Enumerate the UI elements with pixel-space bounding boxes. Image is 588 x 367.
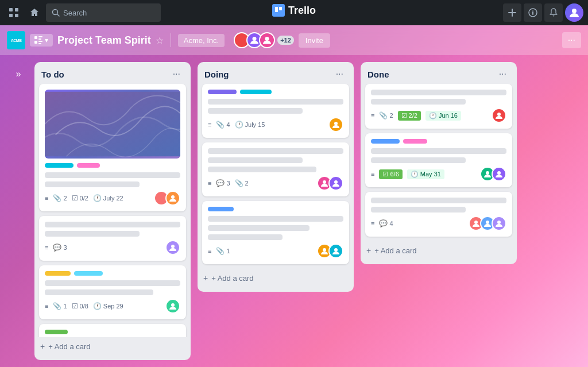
table-row[interactable]: ≡ 📎 2 ☑ 0/2 🕐 July 22	[39, 84, 186, 211]
card-avatar	[492, 108, 506, 123]
add-card-button-done[interactable]: + + Add a card	[361, 241, 517, 260]
meta-hamburger: ≡	[208, 121, 211, 128]
table-row[interactable]	[39, 324, 186, 337]
create-button[interactable]	[503, 3, 521, 22]
card-text	[371, 207, 466, 213]
meta-comment: 💬 3	[53, 244, 67, 252]
search-placeholder: Search	[63, 9, 87, 17]
card-text	[371, 148, 506, 154]
card-avatar	[165, 299, 180, 314]
grid-menu-button[interactable]	[5, 3, 23, 22]
svg-point-34	[474, 221, 478, 224]
card-text	[208, 157, 303, 163]
table-row[interactable]: ≡ 💬 4	[365, 192, 512, 237]
meta-checklist: ☑ 0/8	[72, 302, 88, 310]
column-menu-doing[interactable]: ···	[332, 68, 347, 80]
search-input[interactable]: Search	[46, 3, 161, 22]
star-button[interactable]: ☆	[156, 35, 164, 46]
card-meta: ≡ 📎 2 ☑ 0/2 🕐 July 22	[45, 191, 180, 206]
card-bar	[371, 139, 400, 144]
meta-hamburger: ≡	[45, 195, 48, 202]
svg-rect-3	[15, 14, 18, 17]
meta-hamburger: ≡	[208, 180, 211, 187]
meta-hamburger: ≡	[45, 303, 48, 310]
card-avatar	[492, 216, 506, 231]
board-more-button[interactable]: ···	[562, 32, 581, 48]
svg-point-12	[532, 10, 533, 11]
card-avatars	[154, 191, 180, 206]
card-avatar	[165, 191, 180, 206]
more-members-badge: +12	[277, 36, 294, 45]
cards-container-todo: ≡ 📎 2 ☑ 0/2 🕐 July 22 ≡	[34, 84, 191, 337]
meta-checklist: ☑ 0/2	[72, 194, 88, 202]
add-card-button-doing[interactable]: + + Add a card	[198, 269, 354, 287]
checklist-badge: ☑ 6/6	[379, 169, 402, 179]
cards-container-doing: ≡ 📎 4 🕐 July 15 ≡ 💬 3	[198, 84, 354, 269]
card-bar	[403, 139, 427, 144]
notification-button[interactable]	[544, 3, 563, 22]
card-bar-row	[208, 207, 343, 211]
svg-point-24	[171, 245, 175, 248]
card-text	[45, 280, 180, 286]
card-avatars	[165, 299, 180, 314]
meta-attachment: 📎 1	[53, 302, 67, 310]
board-title: Project Team Spirit	[57, 34, 151, 47]
cards-container-done: ≡ 📎 2 ☑ 2/2 🕐 Jun 16	[361, 84, 517, 241]
svg-point-28	[334, 180, 338, 184]
card-avatars	[165, 240, 180, 255]
workspace-name-button[interactable]: Acme, Inc.	[178, 34, 225, 47]
card-meta: ≡ 📎 4 🕐 July 15	[208, 117, 343, 132]
top-navigation: Search Trello	[0, 0, 588, 25]
meta-hamburger: ≡	[371, 112, 374, 119]
svg-rect-1	[15, 8, 18, 11]
home-button[interactable]	[25, 3, 44, 22]
svg-rect-22	[45, 92, 180, 156]
column-menu-done[interactable]: ···	[496, 68, 510, 80]
svg-point-31	[497, 113, 501, 116]
meta-date: 🕐 July 15	[235, 121, 265, 129]
table-row[interactable]: ≡ 📎 4 🕐 July 15	[202, 84, 349, 138]
meta-attachment: 📎 2	[53, 194, 67, 202]
column-menu-todo[interactable]: ···	[169, 68, 184, 80]
svg-point-30	[334, 248, 338, 252]
svg-rect-2	[9, 14, 13, 17]
meta-date: 🕐 July 22	[93, 194, 123, 202]
svg-point-21	[265, 37, 269, 41]
table-row[interactable]: ≡ 📎 1	[202, 201, 349, 264]
card-tag	[45, 271, 71, 276]
svg-point-26	[334, 122, 338, 125]
card-tags	[45, 330, 180, 334]
card-meta: ≡ 📎 2 ☑ 2/2 🕐 Jun 16	[371, 108, 506, 123]
svg-rect-15	[38, 36, 42, 37]
member-avatar-3[interactable]	[259, 32, 275, 48]
card-avatar	[328, 176, 343, 191]
column-done: Done ··· ≡ 📎 2 ☑ 2/2 🕐 Jun 16	[361, 62, 517, 264]
info-button[interactable]	[524, 3, 542, 22]
meta-attachment: 📎 1	[216, 247, 230, 255]
table-row[interactable]: ≡ 💬 3 📎 2	[202, 142, 349, 196]
column-header-done: Done ···	[361, 62, 517, 84]
app-name: Trello	[288, 5, 316, 17]
table-row[interactable]: ≡ 📎 1 ☑ 0/8 🕐 Sep 29	[39, 265, 186, 319]
checklist-badge: ☑ 2/2	[398, 111, 421, 121]
column-title-done: Done	[368, 69, 389, 79]
add-card-button-todo[interactable]: + + Add a card	[34, 337, 191, 356]
card-meta: ≡ 📎 1	[208, 244, 343, 258]
board-type-button[interactable]: ▾	[30, 34, 53, 47]
table-row[interactable]: ≡ 💬 3	[39, 216, 186, 261]
table-row[interactable]: ≡ ☑ 6/6 🕐 May 31	[365, 133, 512, 187]
invite-button[interactable]: Invite	[299, 33, 330, 48]
svg-line-5	[57, 14, 60, 17]
card-text	[371, 157, 466, 163]
table-row[interactable]: ≡ 📎 2 ☑ 2/2 🕐 Jun 16	[365, 84, 512, 129]
card-avatar	[328, 117, 343, 132]
svg-rect-18	[38, 41, 42, 42]
card-meta: ≡ 📎 1 ☑ 0/8 🕐 Sep 29	[45, 299, 180, 314]
svg-rect-19	[38, 43, 41, 44]
meta-attachment: 📎 2	[379, 111, 393, 119]
card-text	[208, 148, 343, 154]
user-avatar[interactable]	[565, 3, 583, 22]
card-avatar	[328, 244, 343, 258]
column-todo: To do ···	[34, 62, 191, 360]
sidebar-collapse-button[interactable]: »	[9, 62, 28, 360]
